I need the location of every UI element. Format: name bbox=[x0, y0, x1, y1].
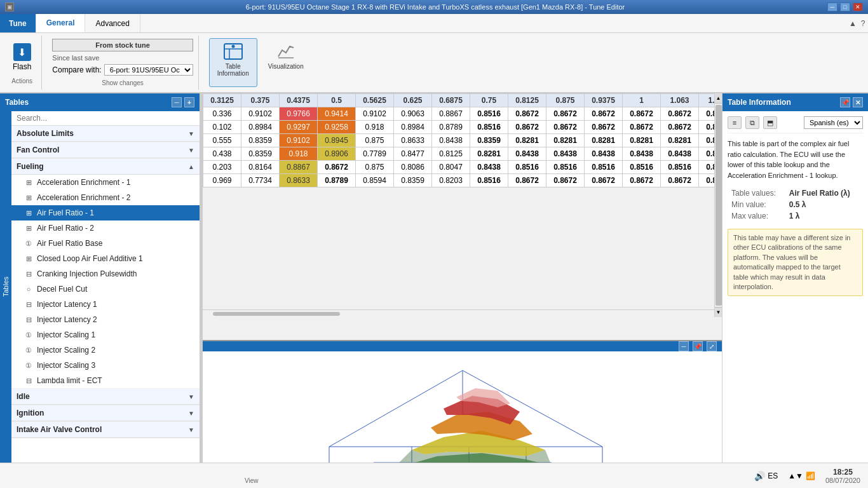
table-cell[interactable]: 0.438 bbox=[203, 147, 241, 161]
table-cell[interactable]: 0.8867 bbox=[432, 107, 470, 121]
table-cell[interactable]: 0.918 bbox=[356, 121, 394, 134]
table-cell[interactable]: 0.9414 bbox=[318, 107, 356, 121]
sidebar-item-inj-scaling-3[interactable]: ① Injector Scaling 3 bbox=[11, 358, 200, 373]
table-cell[interactable]: 0.8672 bbox=[318, 161, 356, 174]
table-cell[interactable]: 0.8633 bbox=[280, 174, 318, 187]
table-cell[interactable]: 0.8672 bbox=[661, 107, 699, 121]
table-cell[interactable]: 0.9297 bbox=[280, 121, 318, 134]
sidebar-add-button[interactable]: + bbox=[184, 97, 194, 107]
table-cell[interactable]: 0.8359 bbox=[241, 134, 280, 147]
group-header-ignition[interactable]: Ignition ▼ bbox=[11, 405, 200, 421]
scrollbar-track[interactable]: ▲ ▼ bbox=[714, 93, 722, 317]
table-cell[interactable]: 0.8281 bbox=[508, 134, 546, 147]
flash-button[interactable]: ⬇ Flash bbox=[8, 41, 36, 74]
table-cell[interactable]: 0.9102 bbox=[241, 107, 280, 121]
tune-menu[interactable]: Tune bbox=[0, 14, 36, 32]
table-information-button[interactable]: TableInformation bbox=[209, 38, 257, 87]
table-cell[interactable]: 0.8203 bbox=[432, 174, 470, 187]
sidebar-item-inj-latency-2[interactable]: ⊟ Injector Latency 2 bbox=[11, 312, 200, 327]
table-cell[interactable]: 0.918 bbox=[280, 147, 318, 161]
advanced-tab[interactable]: Advanced bbox=[85, 14, 140, 32]
table-cell[interactable]: 0.8438 bbox=[508, 147, 546, 161]
table-cell[interactable]: 0.8359 bbox=[470, 134, 508, 147]
table-cell[interactable]: 0.9102 bbox=[356, 107, 394, 121]
group-header-intake-air-valve[interactable]: Intake Air Valve Control ▼ bbox=[11, 422, 200, 438]
table-cell[interactable]: 0.8672 bbox=[623, 121, 661, 134]
table-cell[interactable]: 0.8281 bbox=[661, 134, 699, 147]
scroll-up-button[interactable]: ▲ bbox=[715, 93, 722, 104]
general-tab[interactable]: General bbox=[36, 14, 86, 32]
rp-export-button[interactable]: ⬒ bbox=[763, 116, 777, 129]
sidebar-item-afr-base[interactable]: ① Air Fuel Ratio Base bbox=[11, 236, 200, 251]
table-cell[interactable]: 0.8516 bbox=[470, 107, 508, 121]
table-cell[interactable]: 0.8672 bbox=[661, 121, 699, 134]
table-cell[interactable]: 0.8086 bbox=[394, 161, 432, 174]
viz-minimize-button[interactable]: ─ bbox=[679, 341, 689, 351]
table-cell[interactable]: 0.8281 bbox=[546, 134, 585, 147]
sidebar-item-lambda-ect[interactable]: ⊟ Lambda limit - ECT bbox=[11, 373, 200, 388]
table-cell[interactable]: 0.8359 bbox=[394, 174, 432, 187]
sidebar-item-cl-afr-additive[interactable]: ⊞ Closed Loop Air Fuel Additive 1 bbox=[11, 251, 200, 266]
table-cell[interactable]: 0.969 bbox=[203, 174, 241, 187]
table-cell[interactable]: 0.8984 bbox=[394, 121, 432, 134]
table-cell[interactable]: 0.8633 bbox=[394, 134, 432, 147]
table-cell[interactable]: 0.8281 bbox=[585, 134, 623, 147]
table-cell[interactable]: 0.8789 bbox=[432, 121, 470, 134]
rp-pin-button[interactable]: 📌 bbox=[840, 97, 850, 107]
table-cell[interactable]: 0.8789 bbox=[318, 174, 356, 187]
table-cell[interactable]: 0.8672 bbox=[585, 107, 623, 121]
group-header-fueling[interactable]: Fueling ▲ bbox=[11, 159, 200, 175]
rp-close-button[interactable]: ✕ bbox=[853, 97, 863, 107]
rp-menu-button[interactable]: ≡ bbox=[728, 116, 742, 129]
table-cell[interactable]: 0.8438 bbox=[546, 147, 585, 161]
language-select[interactable]: Spanish (es) English (en) French (fr) Ge… bbox=[804, 116, 863, 129]
table-scroll[interactable]: 0.3125 0.375 0.4375 0.5 0.5625 0.625 0.6… bbox=[203, 93, 722, 308]
table-cell[interactable]: 0.7734 bbox=[241, 174, 280, 187]
group-header-idle[interactable]: Idle ▼ bbox=[11, 389, 200, 405]
table-cell[interactable]: 0.875 bbox=[356, 161, 394, 174]
table-cell[interactable]: 0.9258 bbox=[318, 121, 356, 134]
table-cell[interactable]: 0.102 bbox=[203, 121, 241, 134]
table-cell[interactable]: 0.336 bbox=[203, 107, 241, 121]
table-cell[interactable]: 0.875 bbox=[356, 134, 394, 147]
maximize-button[interactable]: □ bbox=[840, 3, 850, 11]
table-cell[interactable]: 0.8672 bbox=[508, 107, 546, 121]
table-cell[interactable]: 0.8438 bbox=[661, 147, 699, 161]
group-header-fan-control[interactable]: Fan Control ▼ bbox=[11, 142, 200, 158]
table-cell[interactable]: 0.8047 bbox=[432, 161, 470, 174]
table-cell[interactable]: 0.8164 bbox=[241, 161, 280, 174]
expand-icon[interactable]: ▲ bbox=[848, 14, 858, 32]
tables-tab[interactable]: Tables bbox=[0, 111, 11, 463]
sidebar-item-inj-scaling-1[interactable]: ① Injector Scaling 1 bbox=[11, 327, 200, 342]
table-cell[interactable]: 0.8672 bbox=[546, 174, 585, 187]
horizontal-scrollbar[interactable] bbox=[203, 309, 714, 317]
sidebar-item-inj-latency-1[interactable]: ⊟ Injector Latency 1 bbox=[11, 297, 200, 312]
table-cell[interactable]: 0.555 bbox=[203, 134, 241, 147]
compare-select[interactable]: 6-port: 91US/95EU Octa... bbox=[104, 64, 193, 76]
sidebar-item-afr-2[interactable]: ⊞ Air Fuel Ratio - 2 bbox=[11, 220, 200, 236]
table-cell[interactable]: 0.8359 bbox=[241, 147, 280, 161]
table-cell[interactable]: 0.8516 bbox=[661, 161, 699, 174]
table-cell[interactable]: 0.9102 bbox=[280, 134, 318, 147]
sidebar-collapse-button[interactable]: ─ bbox=[172, 97, 182, 107]
table-cell[interactable]: 0.9063 bbox=[394, 107, 432, 121]
sidebar-item-decel-fuel-cut[interactable]: ○ Decel Fuel Cut bbox=[11, 281, 200, 297]
visualization-button[interactable]: Visualization bbox=[260, 38, 312, 87]
table-cell[interactable]: 0.9766 bbox=[280, 107, 318, 121]
table-cell[interactable]: 0.8672 bbox=[585, 174, 623, 187]
group-header-absolute-limits[interactable]: Absolute Limits ▼ bbox=[11, 126, 200, 142]
help-icon[interactable]: ? bbox=[858, 14, 868, 32]
rp-copy-button[interactable]: ⧉ bbox=[745, 116, 759, 129]
table-cell[interactable]: 0.8281 bbox=[470, 147, 508, 161]
table-cell[interactable]: 0.8945 bbox=[318, 134, 356, 147]
table-cell[interactable]: 0.8438 bbox=[470, 161, 508, 174]
sidebar-item-cranking-inj[interactable]: ⊟ Cranking Injection Pulsewidth bbox=[11, 266, 200, 281]
sidebar-item-accel-enrich-1[interactable]: ⊞ Acceleration Enrichment - 1 bbox=[11, 175, 200, 190]
from-stock-tune-button[interactable]: From stock tune bbox=[52, 39, 193, 51]
scroll-down-button[interactable]: ▼ bbox=[715, 307, 722, 317]
table-cell[interactable]: 0.8672 bbox=[585, 121, 623, 134]
table-cell[interactable]: 0.8672 bbox=[546, 107, 585, 121]
table-cell[interactable]: 0.8438 bbox=[585, 147, 623, 161]
table-cell[interactable]: 0.8477 bbox=[394, 147, 432, 161]
sidebar-item-inj-scaling-2[interactable]: ① Injector Scaling 2 bbox=[11, 342, 200, 358]
